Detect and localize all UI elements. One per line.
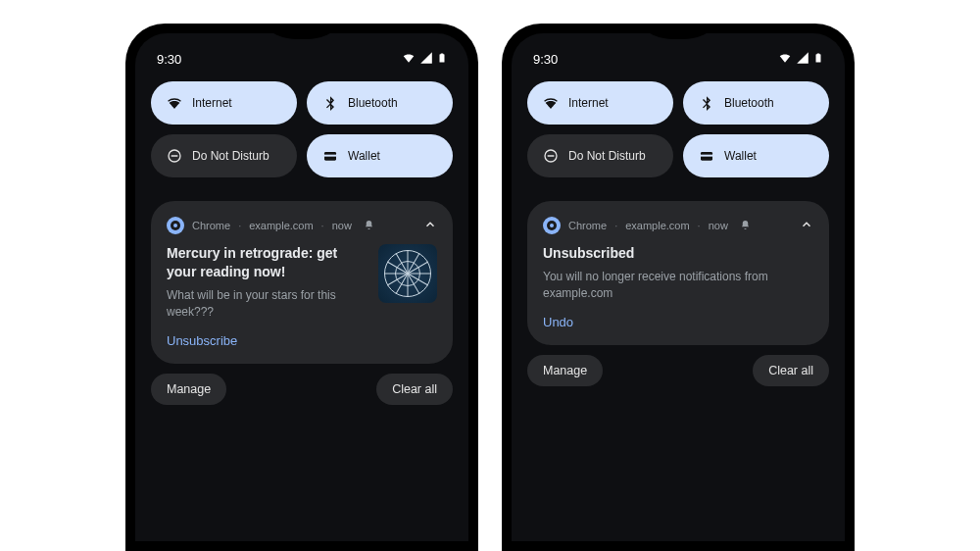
notification-source: example.com	[249, 220, 313, 231]
clear-all-button[interactable]: Clear all	[376, 374, 453, 405]
svg-rect-3	[324, 155, 336, 157]
signal-icon	[419, 51, 433, 68]
svg-rect-9	[701, 155, 712, 157]
dnd-icon	[167, 148, 182, 164]
status-time: 9:30	[533, 52, 558, 67]
battery-icon	[437, 51, 447, 68]
qs-bluetooth[interactable]: Bluetooth	[683, 81, 829, 125]
bluetooth-icon	[699, 95, 714, 111]
notification-when: now	[332, 220, 352, 231]
screen: 9:30 Internet Bluetooth Do Not Disturb	[135, 33, 468, 541]
undo-button[interactable]: Undo	[543, 315, 813, 329]
chrome-icon	[167, 217, 184, 234]
qs-dnd[interactable]: Do Not Disturb	[151, 134, 297, 177]
status-bar: 9:30	[527, 45, 829, 81]
wifi-icon	[402, 51, 416, 68]
notification-subtitle: What will be in your stars for this week…	[167, 287, 367, 321]
qs-label: Wallet	[348, 149, 380, 163]
notification-app: Chrome	[568, 220, 607, 231]
notification-header: Chrome · example.com · now	[543, 217, 813, 234]
screen: 9:30 Internet Bluetooth Do Not Disturb	[512, 33, 845, 541]
qs-wallet[interactable]: Wallet	[307, 134, 453, 177]
qs-dnd[interactable]: Do Not Disturb	[527, 134, 673, 177]
svg-point-5	[173, 224, 177, 227]
notification-body: Mercury in retrograde: get your reading …	[167, 244, 437, 348]
qs-label: Do Not Disturb	[192, 149, 270, 163]
quick-settings: Internet Bluetooth Do Not Disturb Wallet	[151, 81, 453, 177]
status-icons	[402, 51, 447, 68]
status-bar: 9:30	[151, 45, 453, 81]
chevron-up-icon[interactable]	[423, 218, 437, 233]
wallet-icon	[322, 148, 338, 164]
qs-label: Internet	[192, 96, 232, 110]
notification-subtitle: You will no longer receive notifications…	[543, 269, 813, 302]
chrome-icon	[543, 217, 561, 234]
bell-icon	[740, 220, 751, 232]
dnd-icon	[543, 148, 559, 164]
qs-wallet[interactable]: Wallet	[683, 134, 829, 177]
manage-button[interactable]: Manage	[527, 355, 603, 386]
qs-label: Bluetooth	[348, 96, 398, 110]
wifi-icon	[167, 95, 182, 111]
notification-thumbnail	[378, 244, 437, 303]
notification-footer: Manage Clear all	[527, 355, 829, 386]
wifi-icon	[778, 51, 792, 68]
qs-internet[interactable]: Internet	[527, 81, 673, 125]
notification-source: example.com	[625, 220, 689, 231]
notch	[248, 33, 356, 39]
phone-left: 9:30 Internet Bluetooth Do Not Disturb	[125, 24, 478, 551]
wifi-icon	[543, 95, 559, 111]
notification-when: now	[709, 220, 728, 231]
status-time: 9:30	[157, 52, 181, 67]
notification-header: Chrome · example.com · now	[167, 217, 437, 234]
bluetooth-icon	[322, 95, 338, 111]
quick-settings: Internet Bluetooth Do Not Disturb Wallet	[527, 81, 829, 177]
qs-bluetooth[interactable]: Bluetooth	[307, 81, 453, 125]
wallet-icon	[699, 148, 714, 164]
battery-icon	[813, 51, 823, 68]
notification-footer: Manage Clear all	[151, 374, 453, 405]
qs-label: Internet	[568, 96, 609, 110]
notification-card[interactable]: Chrome · example.com · now Mercury in re…	[151, 201, 453, 364]
manage-button[interactable]: Manage	[151, 374, 226, 405]
qs-label: Wallet	[724, 149, 757, 163]
signal-icon	[796, 51, 809, 68]
notification-title: Unsubscribed	[543, 244, 813, 263]
notification-body: Unsubscribed You will no longer receive …	[543, 244, 813, 329]
notch	[624, 33, 732, 39]
notification-card[interactable]: Chrome · example.com · now Unsubscribed …	[527, 201, 829, 345]
unsubscribe-button[interactable]: Unsubscribe	[167, 333, 367, 348]
bell-icon	[364, 220, 374, 232]
status-icons	[778, 51, 823, 68]
phone-right: 9:30 Internet Bluetooth Do Not Disturb	[502, 24, 855, 551]
clear-all-button[interactable]: Clear all	[753, 355, 829, 386]
notification-app: Chrome	[192, 220, 230, 231]
qs-label: Do Not Disturb	[568, 149, 646, 163]
qs-internet[interactable]: Internet	[151, 81, 297, 125]
notification-title: Mercury in retrograde: get your reading …	[167, 244, 367, 281]
qs-label: Bluetooth	[724, 96, 774, 110]
svg-point-11	[550, 224, 554, 227]
chevron-up-icon[interactable]	[800, 218, 813, 233]
